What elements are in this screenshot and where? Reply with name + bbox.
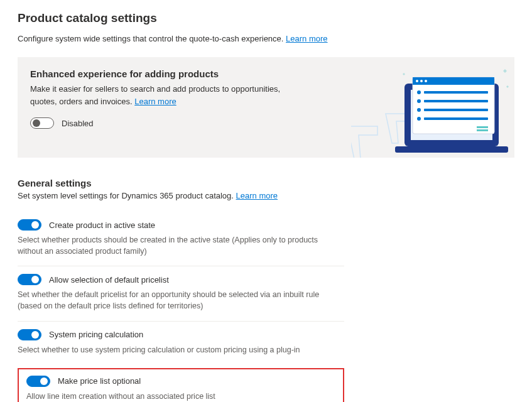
general-settings-section: General settings Set system level settin… [18,178,344,402]
section-sub-text: Set system level settings for Dynamics 3… [18,191,234,200]
svg-rect-9 [424,91,488,94]
svg-point-12 [417,108,421,112]
create-product-active-toggle[interactable] [18,219,41,231]
setting-label: Allow selection of default pricelist [49,275,169,285]
setting-desc: Allow line item creation without an asso… [26,391,335,402]
svg-rect-13 [424,109,488,111]
system-pricing-toggle[interactable] [18,329,41,340]
svg-point-8 [417,90,421,94]
setting-system-pricing: System pricing calculation Select whethe… [18,322,344,364]
svg-rect-1 [395,146,508,153]
setting-desc: Set whether the default pricelist for an… [18,289,344,312]
toggle-label: Disabled [62,119,94,128]
banner-description: Make it easier for sellers to search and… [30,83,307,107]
svg-rect-15 [424,117,488,120]
page-title: Product catalog settings [18,11,514,25]
svg-point-14 [417,117,421,121]
banner-learn-more-link[interactable]: Learn more [134,97,176,106]
setting-desc: Select whether to use system pricing cal… [18,344,344,356]
svg-rect-17 [477,129,488,131]
banner-title: Enhanced experience for adding products [30,68,307,79]
svg-point-6 [420,80,423,82]
learn-more-link[interactable]: Learn more [286,34,327,43]
setting-make-pricelist-optional: Make price list optional Allow line item… [26,376,335,402]
setting-create-product-active: Create product in active state Select wh… [18,212,344,266]
general-learn-more-link[interactable]: Learn more [236,191,278,200]
highlighted-setting-box: Make price list optional Allow line item… [18,368,344,402]
section-title: General settings [18,178,344,188]
svg-rect-3 [413,77,494,134]
allow-default-pricelist-toggle[interactable] [18,274,41,285]
setting-allow-default-pricelist: Allow selection of default pricelist Set… [18,266,344,321]
svg-rect-11 [424,100,488,102]
make-pricelist-optional-toggle[interactable] [26,376,50,387]
page-subtitle: Configure system wide settings that cont… [18,34,514,43]
svg-point-5 [416,80,418,82]
subtitle-text: Configure system wide settings that cont… [18,34,283,43]
setting-desc: Select whether products should be create… [18,234,344,257]
setting-label: Make price list optional [58,376,141,386]
svg-point-7 [425,80,427,82]
svg-rect-16 [477,126,488,128]
svg-point-10 [417,99,421,103]
setting-label: System pricing calculation [49,330,143,339]
enhanced-experience-banner: Enhanced experience for adding products … [18,57,514,158]
enhanced-experience-toggle[interactable] [30,117,54,129]
section-subtitle: Set system level settings for Dynamics 3… [18,191,344,200]
laptop-illustration-icon [351,58,514,158]
setting-label: Create product in active state [49,220,155,230]
